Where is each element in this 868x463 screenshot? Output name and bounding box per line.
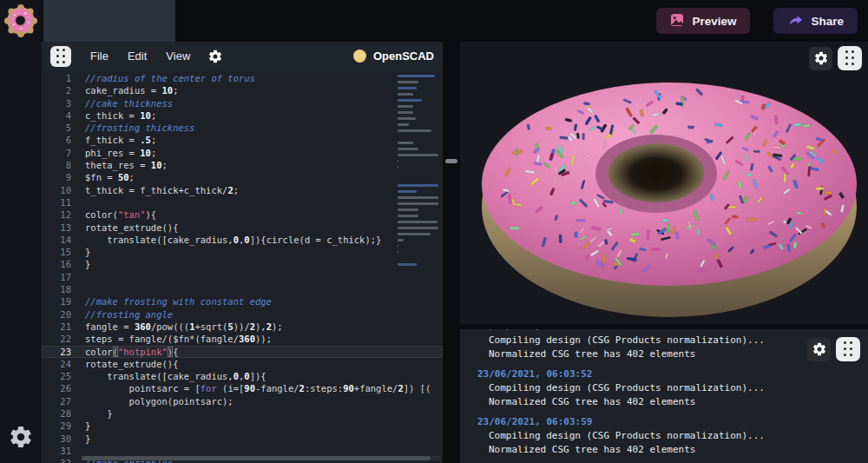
code-line: 13rotate_extrude(){ bbox=[42, 222, 443, 234]
minimap[interactable] bbox=[398, 75, 438, 269]
menu-file[interactable]: File bbox=[90, 50, 108, 63]
code-line: 24rotate_extrude(){ bbox=[42, 358, 443, 370]
code-line: 20//frosting angle bbox=[42, 308, 443, 321]
code-line: 7phi_res = 10; bbox=[42, 147, 443, 159]
code-line: 21fangle = 360/pow(((1+sqrt(5))/2),2); bbox=[42, 321, 443, 333]
code-line: 6f_thick = .5; bbox=[42, 134, 443, 146]
code-line: 14 translate([cake_radius,0,0]){circle(d… bbox=[42, 234, 443, 246]
code-line: 25 translate([cake_radius,0,0]){ bbox=[42, 370, 443, 382]
language-status-dot bbox=[353, 50, 366, 63]
code-line: 8theta_res = 10; bbox=[42, 159, 443, 171]
language-indicator: OpenSCAD bbox=[353, 50, 434, 63]
image-icon bbox=[670, 13, 684, 30]
code-lines: 1//radius of the center of torus2cake_ra… bbox=[42, 72, 443, 463]
code-line: 22steps = fangle/($fn*(fangle/360)); bbox=[42, 333, 443, 345]
share-arrow-icon bbox=[787, 13, 803, 30]
code-line: 16} bbox=[42, 258, 443, 270]
divider-grip[interactable] bbox=[445, 159, 457, 163]
render-viewport[interactable] bbox=[460, 42, 868, 324]
app-window: Preview Share bbox=[0, 0, 868, 463]
code-line: 12color("tan"){ bbox=[42, 208, 443, 221]
code-line: 3//cake thickness bbox=[42, 97, 443, 109]
code-line: 9$fn = 50; bbox=[42, 171, 443, 183]
left-rail bbox=[0, 0, 42, 463]
language-label: OpenSCAD bbox=[373, 50, 434, 63]
code-line: 29} bbox=[42, 420, 443, 432]
code-line: 15} bbox=[42, 246, 443, 258]
code-line: 27 polygon(pointsarc); bbox=[42, 395, 443, 407]
settings-gear-icon[interactable] bbox=[8, 424, 34, 450]
code-line: 5//frosting thickness bbox=[42, 122, 443, 134]
code-line: 18 bbox=[42, 283, 443, 295]
code-line: 4c_thick = 10; bbox=[42, 109, 443, 122]
code-editor-panel: File Edit View OpenSCAD 1//radius of the… bbox=[42, 42, 443, 463]
preview-button[interactable]: Preview bbox=[656, 8, 750, 34]
editor-menu-bar: File Edit View OpenSCAD bbox=[42, 42, 443, 70]
code-area[interactable]: 1//radius of the center of torus2cake_ra… bbox=[42, 70, 443, 463]
share-button[interactable]: Share bbox=[773, 8, 858, 34]
console-settings-gear-icon[interactable] bbox=[807, 338, 831, 361]
code-line: 17 bbox=[42, 271, 443, 283]
file-tab[interactable] bbox=[43, 0, 175, 42]
viewer-drag-handle-icon[interactable] bbox=[838, 46, 862, 70]
top-bar: Preview Share bbox=[42, 0, 868, 42]
code-line: 26 pointsarc = [for (i=[90-fangle/2:step… bbox=[42, 382, 443, 394]
editor-drag-handle-icon[interactable] bbox=[50, 46, 71, 67]
code-line: 28 } bbox=[42, 407, 443, 420]
share-button-label: Share bbox=[811, 15, 844, 28]
code-line: 19//make frosting with constant edge bbox=[42, 295, 443, 308]
viewer-settings-gear-icon[interactable] bbox=[809, 47, 832, 70]
console-panel[interactable]: 23/06/2021, 06:03:45Compiling design (CS… bbox=[460, 329, 868, 463]
console-drag-handle-icon[interactable] bbox=[836, 337, 860, 361]
preview-button-label: Preview bbox=[692, 15, 736, 28]
editor-settings-gear-icon[interactable] bbox=[207, 49, 223, 64]
code-line: 10t_thick = f_thick+c_thick/2; bbox=[42, 184, 443, 196]
code-line: 23color("hotpink"){ bbox=[42, 346, 443, 358]
donut-gear-logo[interactable] bbox=[3, 3, 39, 39]
code-line: 30} bbox=[42, 433, 443, 445]
horizontal-scrollbar[interactable] bbox=[82, 456, 441, 460]
code-line: 11 bbox=[42, 196, 443, 208]
panel-divider bbox=[443, 42, 460, 463]
menu-edit[interactable]: Edit bbox=[128, 50, 147, 63]
console-entry: 23/06/2021, 06:03:52Compiling design (CS… bbox=[477, 367, 868, 409]
code-line: 1//radius of the center of torus bbox=[42, 72, 443, 84]
donut-render bbox=[460, 42, 868, 324]
menu-view[interactable]: View bbox=[166, 50, 190, 63]
console-entry: 23/06/2021, 06:03:59Compiling design (CS… bbox=[477, 415, 868, 457]
code-line: 2cake_radius = 10; bbox=[42, 84, 443, 96]
